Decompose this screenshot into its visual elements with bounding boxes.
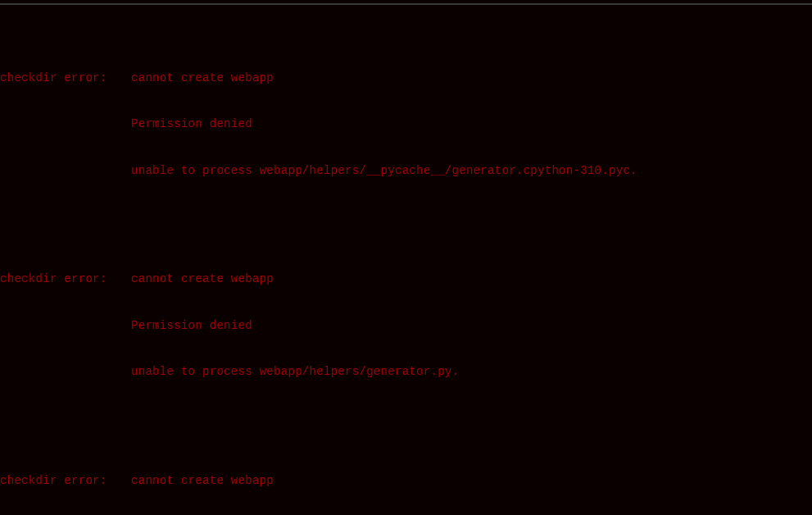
- unable-prefix: unable to process: [131, 365, 260, 378]
- error-block-1: checkdir error:cannot create webapp Perm…: [0, 240, 812, 411]
- window-top-border: [0, 3, 812, 5]
- error-block-0: checkdir error:cannot create webapp Perm…: [0, 39, 812, 210]
- error-block-2: checkdir error:cannot create webapp Perm…: [0, 442, 812, 515]
- cannot-create-msg: cannot create webapp: [131, 71, 274, 84]
- cannot-create-msg: cannot create webapp: [131, 272, 274, 285]
- permission-denied-msg: Permission denied: [0, 318, 812, 334]
- cannot-create-msg: cannot create webapp: [131, 474, 274, 487]
- terminal-output[interactable]: checkdir error:cannot create webapp Perm…: [0, 8, 812, 515]
- checkdir-label: checkdir error:: [0, 271, 131, 287]
- error-path: webapp/helpers/generator.py.: [260, 365, 460, 378]
- checkdir-label: checkdir error:: [0, 71, 131, 86]
- checkdir-label: checkdir error:: [0, 473, 131, 489]
- permission-denied-msg: Permission denied: [0, 116, 812, 132]
- error-path: webapp/helpers/__pycache__/generator.cpy…: [260, 164, 637, 177]
- unable-prefix: unable to process: [131, 164, 260, 177]
